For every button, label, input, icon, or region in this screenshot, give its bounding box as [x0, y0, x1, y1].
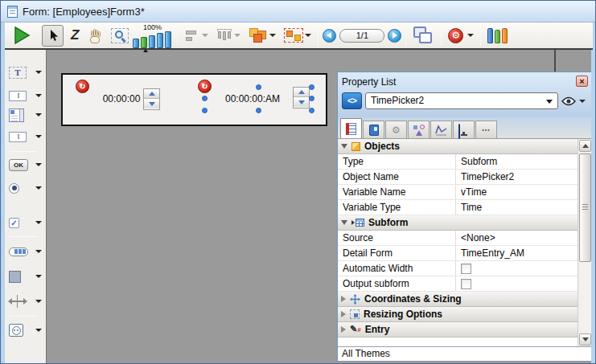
- chevron-down-icon[interactable]: [35, 221, 42, 224]
- progress-indicator-tool[interactable]: [7, 243, 43, 260]
- selection-handle[interactable]: [202, 108, 208, 113]
- zoom-bars-icon[interactable]: [133, 31, 171, 48]
- tab-settings[interactable]: ⚙: [385, 121, 407, 138]
- property-row-detail-form[interactable]: Detail Form TimeEntry_AM: [338, 246, 578, 261]
- property-row-type[interactable]: Type Subform: [338, 154, 578, 170]
- timepicker2-value[interactable]: 00:00:00:AM: [214, 93, 291, 104]
- chevron-down-icon[interactable]: [35, 113, 42, 117]
- expander-closed-icon[interactable]: [341, 296, 346, 302]
- selection-handle[interactable]: [202, 96, 208, 101]
- palette-separator: [10, 236, 37, 237]
- section-header-subform[interactable]: Subform: [338, 215, 578, 231]
- subform-badge-icon[interactable]: ↻: [76, 80, 89, 93]
- chevron-down-icon[interactable]: [35, 275, 42, 278]
- subform-badge-icon[interactable]: ↻: [198, 80, 212, 93]
- checkbox-tool-icon: ✓: [9, 218, 19, 228]
- tab-objects[interactable]: [408, 121, 430, 138]
- expander-closed-icon[interactable]: [341, 326, 346, 333]
- timepicker1-value[interactable]: 00:00:00: [93, 93, 150, 104]
- listbox-tool[interactable]: [7, 106, 43, 124]
- form-area[interactable]: ↻ 00:00:00 ↻ 00:00:00:AM: [61, 73, 327, 126]
- previous-page-button[interactable]: [323, 29, 336, 43]
- section-label: Objects: [364, 141, 400, 152]
- display-pages-button[interactable]: [410, 24, 437, 47]
- tab-appearance[interactable]: [363, 121, 384, 138]
- section-header-coordinates-sizing[interactable]: Coordinates & Sizing: [338, 292, 578, 307]
- library-button[interactable]: [485, 24, 510, 47]
- toolbar-separator: [318, 25, 319, 46]
- splitter-tool[interactable]: [7, 292, 43, 310]
- property-list-header: Property List × <> TimePicker2: [338, 72, 591, 117]
- input-tool[interactable]: I: [7, 87, 43, 104]
- tab-property-list[interactable]: [340, 118, 362, 138]
- view-options-button[interactable]: [561, 96, 587, 106]
- text-tool[interactable]: T: [7, 63, 43, 81]
- chevron-down-icon[interactable]: [35, 186, 42, 190]
- property-row-object-name[interactable]: Object Name TimePicker2: [338, 170, 578, 185]
- progress-tool-icon: [9, 247, 28, 256]
- timepicker1-stepper[interactable]: [143, 88, 160, 110]
- selection-handle[interactable]: [256, 84, 261, 90]
- window-titlebar[interactable]: Form: [Employees]Form3*: [1, 1, 596, 22]
- scroll-up-button[interactable]: [579, 140, 591, 152]
- property-list-panel: Property List × <> TimePicker2: [337, 72, 592, 361]
- zoom-level-control[interactable]: 100%: [133, 23, 171, 48]
- book-tab-icon: [369, 125, 379, 136]
- move-level-button[interactable]: [246, 24, 278, 47]
- tab-events[interactable]: [430, 121, 452, 138]
- section-label: Resizing Options: [364, 309, 442, 320]
- section-header-entry[interactable]: ✎# Entry: [338, 322, 578, 337]
- tab-display[interactable]: [453, 121, 475, 138]
- chevron-down-icon[interactable]: [35, 300, 42, 303]
- selection-handle[interactable]: [309, 96, 314, 101]
- expander-closed-icon[interactable]: [341, 311, 346, 317]
- property-row-output-subform[interactable]: Output subform: [338, 276, 578, 292]
- select-tool-button[interactable]: [42, 25, 64, 47]
- group-objects-button[interactable]: [282, 24, 314, 47]
- scroll-down-button[interactable]: [579, 333, 591, 346]
- property-scrollbar[interactable]: [578, 139, 591, 346]
- tab-more[interactable]: •••: [475, 121, 497, 138]
- chevron-down-icon[interactable]: [35, 329, 42, 332]
- selection-handle[interactable]: [309, 108, 314, 113]
- section-header-objects[interactable]: Objects: [338, 139, 578, 154]
- selection-handle[interactable]: [309, 84, 314, 90]
- themes-status-bar[interactable]: All Themes: [338, 346, 591, 361]
- tab-order-tool-button[interactable]: Z: [68, 24, 81, 47]
- pan-tool-button[interactable]: [84, 24, 105, 47]
- form-properties-button[interactable]: ⚙: [446, 24, 476, 47]
- property-row-variable-type[interactable]: Variable Type Time: [338, 200, 578, 215]
- scrollbar-thumb[interactable]: [579, 153, 591, 262]
- object-selector-dropdown[interactable]: TimePicker2: [365, 92, 558, 109]
- next-page-button[interactable]: [388, 29, 401, 43]
- automatic-width-checkbox[interactable]: [461, 264, 471, 274]
- timepicker2-stepper[interactable]: [293, 87, 310, 108]
- close-button[interactable]: ×: [576, 76, 588, 87]
- property-row-automatic-width[interactable]: Automatic Width: [338, 261, 578, 276]
- plugin-area-tool[interactable]: [7, 321, 43, 339]
- combobox-tool[interactable]: I: [7, 128, 43, 145]
- property-row-source[interactable]: Source <None>: [338, 231, 578, 246]
- checkbox-tool[interactable]: ✓: [7, 214, 43, 231]
- property-row-variable-name[interactable]: Variable Name vTime: [338, 185, 578, 200]
- output-subform-checkbox[interactable]: [461, 279, 471, 289]
- rectangle-tool[interactable]: [7, 268, 43, 285]
- chevron-down-icon[interactable]: [35, 94, 42, 97]
- chevron-down-icon[interactable]: [35, 163, 42, 166]
- edit-code-button[interactable]: <>: [342, 92, 362, 109]
- chevron-down-icon[interactable]: [35, 250, 42, 253]
- radio-button-tool[interactable]: [7, 179, 43, 197]
- books-icon: [487, 28, 508, 43]
- chevron-down-icon[interactable]: [35, 71, 42, 74]
- expander-open-icon[interactable]: [341, 144, 347, 149]
- button-tool[interactable]: OK: [7, 156, 43, 174]
- zoom-tool-button[interactable]: [109, 24, 131, 47]
- selection-handle[interactable]: [256, 108, 261, 113]
- section-header-resizing-options[interactable]: Resizing Options: [338, 307, 578, 322]
- magnifier-icon: [111, 28, 129, 43]
- dropdown-arrow-icon: [546, 100, 553, 104]
- form-canvas[interactable]: ↻ 00:00:00 ↻ 00:00:00:AM: [47, 50, 593, 364]
- chevron-down-icon[interactable]: [35, 135, 42, 138]
- run-form-button[interactable]: [10, 24, 34, 47]
- expander-open-icon[interactable]: [341, 220, 347, 225]
